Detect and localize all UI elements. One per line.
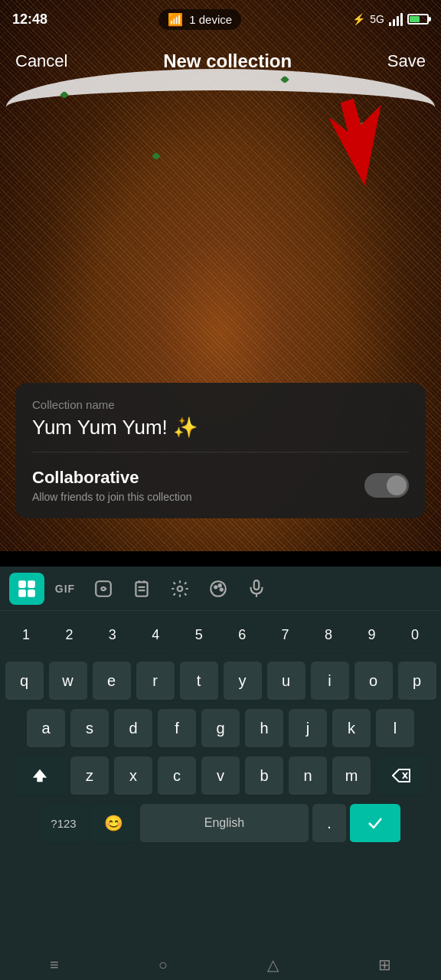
key-8[interactable]: 8: [309, 617, 348, 654]
key-s[interactable]: s: [70, 709, 109, 749]
svg-point-10: [211, 581, 226, 596]
page-title: New collection: [163, 51, 292, 72]
signal-bar: [397, 16, 399, 26]
key-w[interactable]: w: [49, 662, 87, 701]
signal-bar: [400, 13, 403, 26]
key-o[interactable]: o: [354, 662, 393, 701]
key-3[interactable]: 3: [93, 617, 132, 654]
key-row-3: z x c v b n m: [3, 756, 438, 796]
palette-button[interactable]: [201, 573, 236, 605]
battery-icon: [407, 14, 429, 24]
key-c[interactable]: c: [158, 756, 196, 796]
settings-button[interactable]: [162, 573, 198, 605]
nav-menu-button[interactable]: ≡: [34, 950, 74, 980]
nav-home-button[interactable]: ○: [143, 950, 183, 980]
enter-key[interactable]: [350, 804, 400, 844]
key-q[interactable]: q: [5, 662, 44, 701]
svg-point-9: [178, 586, 183, 591]
signal-bar: [393, 19, 395, 26]
top-nav: Cancel New collection Save: [0, 38, 441, 84]
toggle-knob: [387, 475, 407, 495]
key-k[interactable]: k: [332, 709, 371, 749]
key-v[interactable]: v: [201, 756, 240, 796]
key-row-1: q w e r t y u i o p: [3, 662, 438, 701]
battery-fill: [410, 16, 420, 22]
signal-bar: [389, 22, 391, 26]
key-0[interactable]: 0: [395, 617, 435, 654]
key-5[interactable]: 5: [179, 617, 219, 654]
symbols-key[interactable]: ?123: [41, 804, 87, 844]
key-row-2: a s d f g h j k l: [3, 709, 438, 749]
svg-rect-1: [18, 580, 26, 588]
key-j[interactable]: j: [289, 709, 327, 749]
key-l[interactable]: l: [376, 709, 414, 749]
key-z[interactable]: z: [70, 756, 109, 796]
collection-name-value: Yum Yum Yum! ✨: [32, 416, 198, 439]
sticker-button[interactable]: [86, 573, 121, 605]
collaborative-toggle[interactable]: [364, 473, 409, 498]
key-n[interactable]: n: [289, 756, 327, 796]
key-x[interactable]: x: [114, 756, 152, 796]
svg-rect-4: [28, 590, 35, 597]
gif-button[interactable]: GIF: [47, 573, 83, 605]
key-m[interactable]: m: [332, 756, 371, 796]
key-b[interactable]: b: [245, 756, 283, 796]
key-7[interactable]: 7: [266, 617, 305, 654]
cancel-button[interactable]: Cancel: [15, 51, 67, 71]
svg-point-13: [220, 588, 223, 590]
signal-label: 5G: [370, 13, 384, 25]
device-label: 1 device: [189, 13, 232, 26]
key-6[interactable]: 6: [222, 617, 262, 654]
space-key[interactable]: English: [140, 804, 309, 844]
svg-rect-3: [18, 590, 26, 597]
svg-rect-5: [96, 581, 111, 596]
number-row: 1 2 3 4 5 6 7 8 9 0: [3, 617, 438, 654]
device-indicator: 📶 1 device: [158, 9, 241, 30]
bluetooth-icon: ⚡: [352, 13, 365, 25]
key-u[interactable]: u: [267, 662, 305, 701]
collection-name-label: Collection name: [32, 398, 409, 411]
key-2[interactable]: 2: [49, 617, 89, 654]
keys-area: 1 2 3 4 5 6 7 8 9 0 q w e r t y u i o p …: [0, 611, 441, 844]
key-a[interactable]: a: [27, 709, 65, 749]
status-bar: 12:48 📶 1 device ⚡ 5G: [0, 0, 441, 38]
key-p[interactable]: p: [398, 662, 436, 701]
key-t[interactable]: t: [180, 662, 218, 701]
key-1[interactable]: 1: [6, 617, 46, 654]
key-e[interactable]: e: [93, 662, 131, 701]
emoji-key[interactable]: 😊: [90, 804, 136, 844]
key-y[interactable]: y: [224, 662, 262, 701]
clipboard-button[interactable]: [124, 573, 159, 605]
key-i[interactable]: i: [311, 662, 349, 701]
nav-apps-button[interactable]: ⊞: [363, 949, 407, 980]
key-d[interactable]: d: [114, 709, 152, 749]
shift-key[interactable]: [15, 756, 65, 796]
key-9[interactable]: 9: [352, 617, 392, 654]
microphone-button[interactable]: [239, 573, 274, 605]
key-r[interactable]: r: [136, 662, 175, 701]
signal-bars: [389, 13, 403, 26]
svg-rect-6: [136, 582, 147, 596]
bottom-row: ?123 😊 English .: [3, 804, 438, 844]
nav-back-button[interactable]: △: [252, 949, 294, 980]
keyboard-toolbar: GIF: [0, 567, 441, 611]
collaborative-row: Collaborative Allow friends to join this…: [32, 468, 409, 503]
status-right: ⚡ 5G: [352, 13, 429, 26]
collection-card: Collection name Yum Yum Yum! ✨ Collabora…: [15, 383, 426, 518]
red-arrow-annotation: [303, 84, 395, 191]
wifi-icon: 📶: [168, 12, 183, 27]
save-button[interactable]: Save: [387, 51, 426, 71]
toggle-title: Collaborative: [32, 468, 192, 488]
key-4[interactable]: 4: [136, 617, 175, 654]
backspace-key[interactable]: [376, 756, 426, 796]
collection-name-input[interactable]: Yum Yum Yum! ✨: [32, 416, 409, 452]
status-time: 12:48: [12, 11, 47, 28]
keyboard: GIF: [0, 567, 441, 949]
toggle-subtitle: Allow friends to join this collection: [32, 491, 192, 503]
svg-rect-14: [254, 580, 260, 590]
key-h[interactable]: h: [245, 709, 283, 749]
key-f[interactable]: f: [158, 709, 196, 749]
apps-toolbar-button[interactable]: [9, 573, 44, 605]
period-key[interactable]: .: [312, 804, 346, 844]
key-g[interactable]: g: [201, 709, 240, 749]
